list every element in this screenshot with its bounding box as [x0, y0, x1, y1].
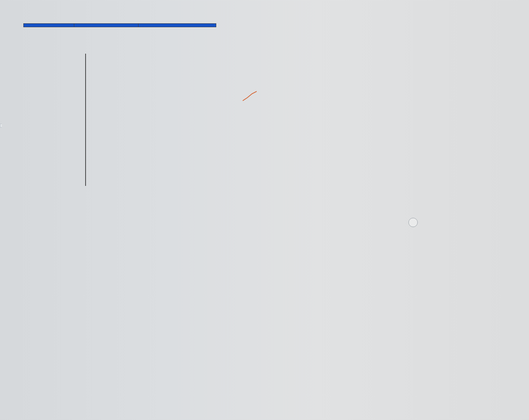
marginal-cost-tool-icon [241, 89, 257, 104]
col-header-output [24, 24, 74, 27]
chart-plot-area[interactable] [70, 50, 226, 190]
graph-area [23, 38, 529, 190]
production-cost-table [23, 23, 216, 27]
col-header-total-cost [74, 24, 138, 27]
marginal-cost-tool[interactable] [241, 89, 257, 105]
col-header-marginal-cost [138, 24, 216, 27]
question-body [0, 0, 529, 190]
info-icon[interactable] [408, 218, 418, 227]
tools-panel [241, 73, 257, 105]
chart-wrap [23, 38, 226, 190]
chart-axes [70, 50, 226, 190]
